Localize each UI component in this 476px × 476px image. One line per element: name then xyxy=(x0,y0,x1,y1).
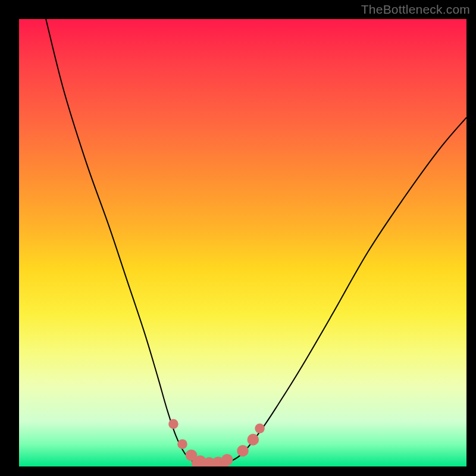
markers-group xyxy=(168,419,265,466)
chart-svg xyxy=(19,19,466,466)
data-marker xyxy=(221,454,233,466)
chart-frame: TheBottleneck.com xyxy=(0,0,476,476)
data-marker xyxy=(177,439,187,449)
curve-group xyxy=(46,19,466,466)
watermark-text: TheBottleneck.com xyxy=(361,2,470,17)
data-marker xyxy=(248,434,259,446)
plot-area xyxy=(19,19,466,466)
data-marker xyxy=(237,445,249,457)
data-marker xyxy=(168,419,178,429)
data-marker xyxy=(255,424,265,434)
bottleneck-curve xyxy=(46,19,466,466)
